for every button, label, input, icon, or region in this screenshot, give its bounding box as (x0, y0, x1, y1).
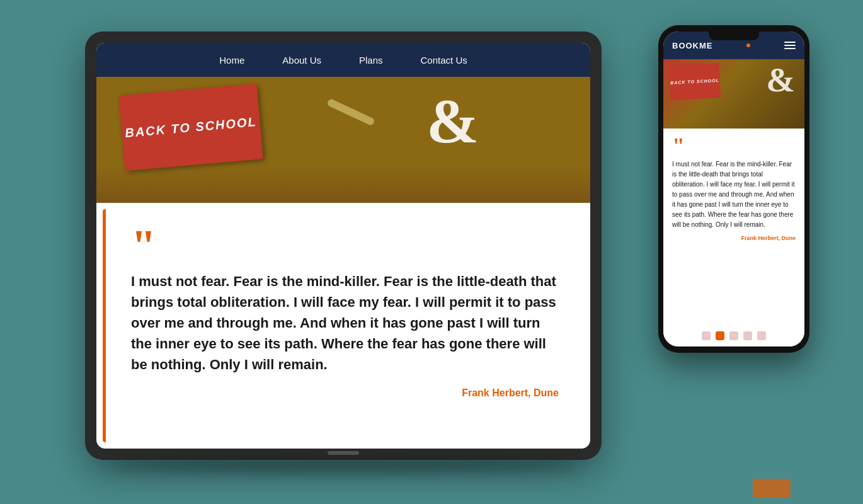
back-to-school-banner: BACK TO SCHOOL (118, 84, 263, 171)
hamburger-icon[interactable] (784, 42, 796, 49)
tablet-quote-author: Frank Herbert, Dune (131, 387, 559, 399)
phone-dot-2[interactable] (716, 331, 724, 340)
tablet-nav-contact[interactable]: Contact Us (421, 55, 467, 66)
tablet-device: Home About Us Plans Contact Us BACK TO S… (85, 32, 602, 460)
tablet-screen: Home About Us Plans Contact Us BACK TO S… (96, 43, 590, 449)
tablet-quote-inner: " I must not fear. Fear is the mind-kill… (131, 228, 559, 399)
phone-accent-block (753, 479, 791, 498)
phone-back-to-school-banner: BACK TO SCHOOL (669, 63, 721, 100)
phone-hero-image: BACK TO SCHOOL & (663, 59, 804, 129)
tablet-hero-image: BACK TO SCHOOL & (96, 77, 590, 203)
hamburger-line-2 (784, 45, 796, 46)
phone-screen: BOOKME BACK TO SCHOOL & " I must not fea… (663, 32, 804, 346)
phone-nav-dot (746, 43, 750, 47)
phone-dot-5[interactable] (757, 331, 766, 340)
phone-device: BOOKME BACK TO SCHOOL & " I must not fea… (658, 25, 809, 353)
hamburger-line-3 (784, 48, 796, 49)
phone-quote-author: Frank Herbert, Dune (672, 235, 796, 241)
wood-overlay (96, 165, 590, 203)
tablet-nav-plans[interactable]: Plans (359, 55, 383, 66)
tablet-quote-text: I must not fear. Fear is the mind-killer… (131, 271, 559, 375)
phone-dot-4[interactable] (743, 331, 752, 340)
key-decoration (326, 98, 375, 127)
phone-carousel-dots (663, 325, 804, 346)
phone-quote-text: I must not fear. Fear is the mind-killer… (672, 159, 796, 230)
phone-hero-bg: BACK TO SCHOOL & (663, 59, 804, 129)
tablet-nav-home[interactable]: Home (219, 55, 244, 66)
phone-dot-3[interactable] (729, 331, 738, 340)
hero-decor: BACK TO SCHOOL & (96, 77, 590, 203)
phone-logo: BOOKME (672, 41, 713, 50)
tablet-navbar: Home About Us Plans Contact Us (96, 43, 590, 77)
tablet-quote-block: " I must not fear. Fear is the mind-kill… (103, 209, 584, 442)
phone-quote-block: " I must not fear. Fear is the mind-kill… (663, 129, 804, 325)
phone-dot-1[interactable] (702, 331, 711, 340)
phone-swirl-decoration: & (766, 62, 795, 97)
tablet-quote-marks: " (131, 228, 559, 265)
tablet-nav-about[interactable]: About Us (282, 55, 321, 66)
phone-quote-marks: " (672, 137, 796, 156)
hamburger-line-1 (784, 42, 796, 43)
scene: Home About Us Plans Contact Us BACK TO S… (54, 13, 809, 491)
tablet-home-button[interactable] (328, 451, 359, 455)
phone-notch (709, 32, 759, 40)
